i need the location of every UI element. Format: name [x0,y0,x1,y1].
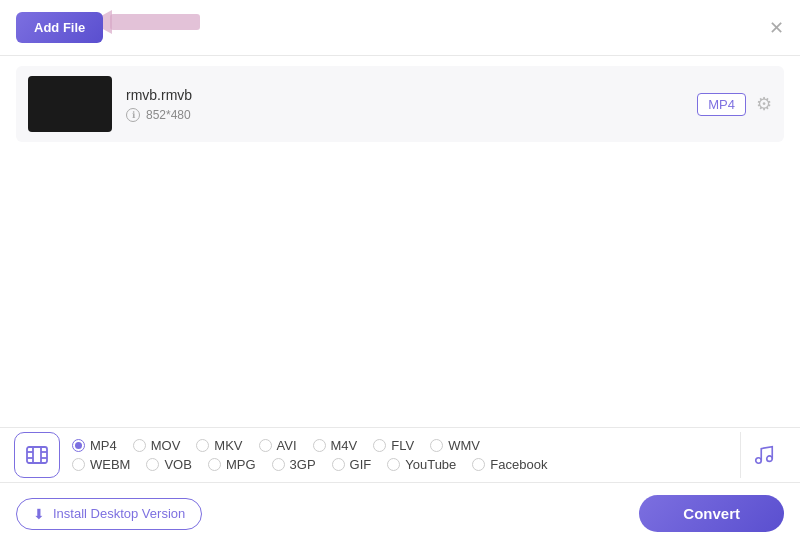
file-actions: MP4 ⚙ [697,93,772,116]
info-icon: ℹ [126,108,140,122]
radio-mov[interactable] [133,439,146,452]
format-avi-label: AVI [277,438,297,453]
add-file-button[interactable]: Add File [16,12,103,43]
svg-rect-0 [27,447,47,463]
install-label: Install Desktop Version [53,506,185,521]
bottom-bar: ⬇ Install Desktop Version Convert [0,483,800,544]
format-bar: MP4 MOV MKV AVI M4V [0,427,800,483]
format-webm-label: WEBM [90,457,130,472]
format-avi[interactable]: AVI [259,438,297,453]
format-vob[interactable]: VOB [146,457,191,472]
format-mpg[interactable]: MPG [208,457,256,472]
format-mkv[interactable]: MKV [196,438,242,453]
main-content: rmvb.rmvb ℹ 852*480 MP4 ⚙ [0,56,800,544]
radio-gif[interactable] [332,458,345,471]
audio-format-icon[interactable] [740,432,786,478]
convert-button[interactable]: Convert [639,495,784,532]
radio-facebook[interactable] [472,458,485,471]
radio-webm[interactable] [72,458,85,471]
radio-avi[interactable] [259,439,272,452]
radio-m4v[interactable] [313,439,326,452]
svg-point-7 [755,458,761,464]
format-badge[interactable]: MP4 [697,93,746,116]
format-webm[interactable]: WEBM [72,457,130,472]
download-icon: ⬇ [33,506,45,522]
file-list: rmvb.rmvb ℹ 852*480 MP4 ⚙ [0,56,800,152]
settings-icon[interactable]: ⚙ [756,93,772,115]
format-3gp-label: 3GP [290,457,316,472]
radio-youtube[interactable] [387,458,400,471]
install-desktop-button[interactable]: ⬇ Install Desktop Version [16,498,202,530]
format-youtube-label: YouTube [405,457,456,472]
radio-mp4[interactable] [72,439,85,452]
format-options: MP4 MOV MKV AVI M4V [72,428,732,482]
radio-mpg[interactable] [208,458,221,471]
format-m4v-label: M4V [331,438,358,453]
format-gif[interactable]: GIF [332,457,372,472]
format-facebook-label: Facebook [490,457,547,472]
format-m4v[interactable]: M4V [313,438,358,453]
file-thumbnail [28,76,112,132]
video-format-icon[interactable] [14,432,60,478]
radio-flv[interactable] [373,439,386,452]
format-3gp[interactable]: 3GP [272,457,316,472]
format-mp4[interactable]: MP4 [72,438,117,453]
arrow-body [110,14,200,30]
file-item: rmvb.rmvb ℹ 852*480 MP4 ⚙ [16,66,784,142]
format-wmv-label: WMV [448,438,480,453]
format-gif-label: GIF [350,457,372,472]
format-wmv[interactable]: WMV [430,438,480,453]
radio-3gp[interactable] [272,458,285,471]
file-meta: ℹ 852*480 [126,108,683,122]
file-resolution: 852*480 [146,108,191,122]
svg-point-8 [766,456,772,462]
format-row-2: WEBM VOB MPG 3GP GIF [72,457,732,472]
format-youtube[interactable]: YouTube [387,457,456,472]
format-flv[interactable]: FLV [373,438,414,453]
arrow-hint [110,14,200,30]
empty-area [0,152,800,427]
format-row-1: MP4 MOV MKV AVI M4V [72,438,732,453]
top-bar: Add File ✕ [0,0,800,56]
close-button[interactable]: ✕ [769,19,784,37]
radio-wmv[interactable] [430,439,443,452]
format-flv-label: FLV [391,438,414,453]
format-facebook[interactable]: Facebook [472,457,547,472]
file-info: rmvb.rmvb ℹ 852*480 [126,87,683,122]
format-mov[interactable]: MOV [133,438,181,453]
format-vob-label: VOB [164,457,191,472]
format-mov-label: MOV [151,438,181,453]
format-mkv-label: MKV [214,438,242,453]
radio-mkv[interactable] [196,439,209,452]
file-name: rmvb.rmvb [126,87,683,103]
format-mp4-label: MP4 [90,438,117,453]
format-mpg-label: MPG [226,457,256,472]
radio-vob[interactable] [146,458,159,471]
